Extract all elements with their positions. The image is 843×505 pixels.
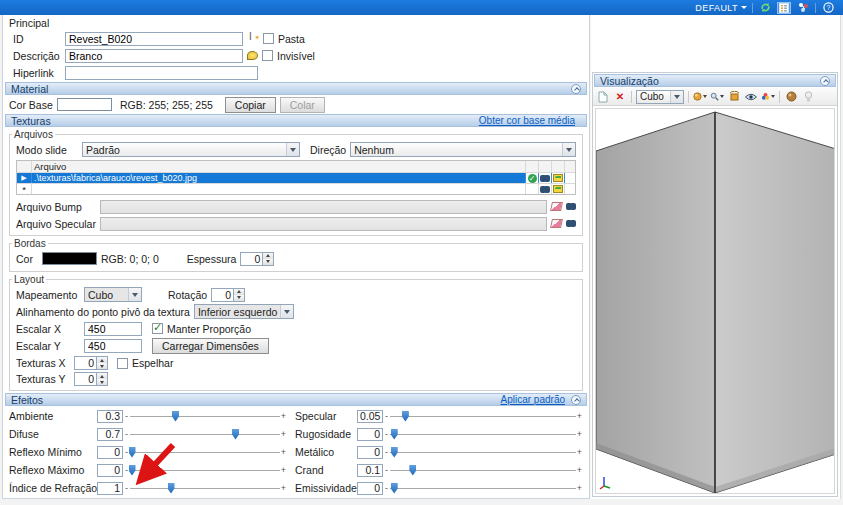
- slider-track[interactable]: [130, 428, 280, 441]
- slider-thumb[interactable]: [129, 465, 136, 476]
- binoculars-icon[interactable]: [566, 203, 576, 210]
- table-row[interactable]: *: [17, 183, 575, 194]
- espelhar-checkbox[interactable]: [117, 358, 128, 369]
- slider-value-box[interactable]: 0: [357, 446, 383, 459]
- eye-icon[interactable]: [744, 90, 758, 104]
- zoom-icon[interactable]: [710, 90, 724, 104]
- slider-track[interactable]: [130, 482, 280, 495]
- slider-value-box[interactable]: 0: [357, 482, 383, 495]
- alinhamento-select[interactable]: Inferior esquerdo: [194, 304, 294, 319]
- eraser-icon[interactable]: [550, 202, 563, 211]
- preview-3d-viewport[interactable]: [595, 108, 835, 494]
- pasta-checkbox[interactable]: [263, 33, 274, 44]
- slider-thumb[interactable]: [391, 483, 398, 494]
- slider-track[interactable]: [130, 446, 280, 459]
- texturas-y-stepper[interactable]: 0: [74, 372, 108, 386]
- chevron-down-icon: [670, 91, 683, 103]
- slider-track[interactable]: [390, 464, 576, 477]
- texture-file-path-empty[interactable]: [32, 184, 526, 194]
- settings-icon[interactable]: [796, 2, 810, 14]
- rotate-object-icon[interactable]: [727, 90, 741, 104]
- descricao-input[interactable]: [65, 49, 243, 63]
- direcao-select[interactable]: Nenhum: [350, 142, 576, 157]
- slider-thumb[interactable]: [402, 411, 409, 422]
- slider-track[interactable]: [390, 410, 576, 423]
- slider-thumb[interactable]: [168, 483, 175, 494]
- sync-icon[interactable]: [758, 2, 772, 14]
- bordas-cor-swatch[interactable]: [42, 252, 97, 265]
- slider-min-tick: -: [123, 411, 130, 421]
- slider-track[interactable]: [390, 482, 576, 495]
- hiperlink-input[interactable]: [65, 66, 258, 80]
- slider-track[interactable]: [130, 410, 280, 423]
- eraser-icon[interactable]: [550, 219, 563, 228]
- cor-base-swatch[interactable]: [57, 98, 112, 111]
- mapeamento-select[interactable]: Cubo: [84, 287, 142, 302]
- slider-thumb[interactable]: [232, 429, 239, 440]
- help-icon[interactable]: ?: [821, 2, 835, 14]
- color-wheel-icon[interactable]: [761, 90, 775, 104]
- material-colar-button[interactable]: Colar: [280, 97, 325, 113]
- material-copiar-button[interactable]: Copiar: [225, 97, 276, 113]
- rotacao-stepper[interactable]: 0: [211, 288, 245, 302]
- chevron-down-icon: [771, 95, 775, 98]
- slider-thumb[interactable]: [391, 429, 398, 440]
- slider-value-box[interactable]: 0.05: [357, 410, 383, 423]
- collapse-visualizacao-button[interactable]: [820, 76, 830, 86]
- browse-icon-cell[interactable]: [539, 173, 552, 183]
- valid-check-icon-cell[interactable]: ✓: [526, 173, 539, 183]
- slider-value-box[interactable]: 0: [97, 464, 123, 477]
- slider-track[interactable]: [390, 428, 576, 441]
- espelhar-label: Espelhar: [132, 357, 173, 369]
- new-page-icon[interactable]: [596, 90, 610, 104]
- slider-track[interactable]: [130, 464, 280, 477]
- texturas-x-stepper[interactable]: 0: [74, 356, 108, 370]
- render-mode-icon[interactable]: [693, 90, 707, 104]
- arquivo-bump-input[interactable]: [100, 200, 547, 214]
- rename-icon[interactable]: [247, 33, 259, 44]
- arquivo-specular-input[interactable]: [100, 217, 547, 231]
- material-ball-icon[interactable]: [784, 90, 798, 104]
- aplicar-padrao-link[interactable]: Aplicar padrão: [501, 394, 565, 405]
- hiperlink-label: Hiperlink: [13, 67, 61, 79]
- slider-thumb[interactable]: [129, 447, 136, 458]
- slider-thumb[interactable]: [172, 411, 179, 422]
- binoculars-icon[interactable]: [566, 220, 576, 227]
- slider-value-box[interactable]: 0.1: [357, 464, 383, 477]
- slider-label: Índice de Refração: [9, 482, 97, 494]
- image-icon-cell[interactable]: [552, 173, 565, 183]
- collapse-efeitos-button[interactable]: [571, 395, 581, 405]
- obter-cor-base-link[interactable]: Obter cor base média: [479, 115, 575, 126]
- slider-thumb[interactable]: [409, 465, 416, 476]
- comment-icon[interactable]: [247, 51, 258, 60]
- slider-value-box[interactable]: 0.7: [97, 428, 123, 441]
- direcao-value: Nenhum: [351, 144, 562, 156]
- slider-value-box[interactable]: 1: [97, 482, 123, 495]
- bordas-rgb: RGB: 0; 0; 0: [101, 253, 159, 265]
- lightbulb-icon[interactable]: [801, 90, 815, 104]
- form-view-icon[interactable]: [777, 2, 791, 14]
- escalar-x-input[interactable]: [84, 322, 142, 336]
- carregar-dimensoes-button[interactable]: Carregar Dimensões: [152, 338, 269, 354]
- preview-shape-select[interactable]: Cubo: [636, 90, 684, 104]
- id-input[interactable]: [65, 32, 243, 46]
- escalar-y-input[interactable]: [84, 339, 142, 353]
- slider-thumb[interactable]: [391, 447, 398, 458]
- slider-value-box[interactable]: 0: [357, 428, 383, 441]
- form-view-icon: [779, 3, 789, 13]
- image-icon-cell[interactable]: [552, 184, 565, 194]
- slider-value-box[interactable]: 0: [97, 446, 123, 459]
- manter-proporcao-checkbox[interactable]: [152, 323, 163, 334]
- delete-x-icon[interactable]: ✕: [613, 90, 627, 104]
- espessura-stepper[interactable]: 0: [240, 252, 274, 266]
- invisivel-checkbox[interactable]: [262, 50, 273, 61]
- profile-dropdown[interactable]: DEFAULT: [695, 3, 747, 13]
- browse-icon-cell[interactable]: [539, 184, 552, 194]
- collapse-material-button[interactable]: [571, 84, 581, 94]
- material-title: Material: [11, 83, 571, 95]
- spin-down-icon: [263, 259, 273, 265]
- modo-slide-select[interactable]: Padrão: [82, 142, 300, 157]
- slider-value-box[interactable]: 0.3: [97, 410, 123, 423]
- table-row[interactable]: ▶ .\texturas\fabrica\arauco\revest_b020.…: [17, 172, 575, 183]
- slider-track[interactable]: [390, 446, 576, 459]
